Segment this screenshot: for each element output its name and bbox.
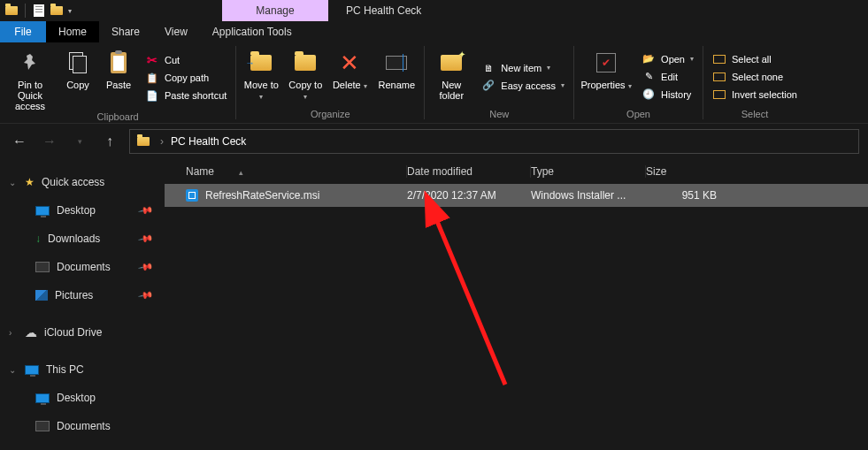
copy-path-button[interactable]: 📋Copy path: [142, 70, 230, 86]
select-none-icon: [712, 70, 726, 84]
sidebar-desktop[interactable]: Desktop 📌: [0, 198, 165, 223]
tab-home[interactable]: Home: [46, 21, 99, 42]
easy-access-icon: 🔗: [481, 79, 495, 93]
group-select-label: Select: [709, 109, 801, 122]
properties-button[interactable]: Properties ▾: [580, 44, 633, 109]
chevron-down-icon[interactable]: ⌄: [9, 365, 18, 375]
pin-to-quick-access-button[interactable]: Pin to Quick access: [5, 44, 55, 111]
address-folder-icon: [137, 137, 150, 146]
easy-access-button[interactable]: 🔗Easy access ▾: [478, 78, 568, 94]
address-bar[interactable]: › PC Health Ceck: [129, 129, 859, 154]
tab-application-tools[interactable]: Application Tools: [200, 21, 304, 42]
sidebar-pictures[interactable]: Pictures 📌: [0, 283, 165, 308]
breadcrumb-sep-icon: ›: [160, 135, 164, 148]
group-clipboard-label: Clipboard: [5, 111, 230, 122]
breadcrumb-folder[interactable]: PC Health Ceck: [171, 135, 246, 148]
tab-view[interactable]: View: [152, 21, 200, 42]
group-open-label: Open: [580, 109, 697, 122]
properties-icon: [596, 53, 616, 72]
pc-icon: [25, 365, 39, 375]
file-size: 951 KB: [646, 189, 734, 202]
scissors-icon: ✂: [145, 53, 159, 67]
tab-file[interactable]: File: [0, 21, 46, 42]
context-tab-manage[interactable]: Manage: [222, 0, 328, 21]
sort-asc-icon: ▴: [239, 168, 243, 177]
copy-button[interactable]: Copy: [60, 44, 96, 111]
open-icon: 📂: [641, 52, 656, 66]
tab-share[interactable]: Share: [99, 21, 152, 42]
invert-selection-icon: [712, 88, 726, 102]
pin-icon: 📌: [138, 287, 155, 304]
copy-to-button[interactable]: Copy to ▾: [286, 44, 325, 109]
documents-icon: [35, 262, 50, 272]
pin-icon: 📌: [138, 202, 155, 219]
navigation-pane[interactable]: ⌄ ★ Quick access Desktop 📌 ↓ Downloads 📌…: [0, 159, 165, 450]
sidebar-pc-desktop[interactable]: Desktop: [0, 385, 165, 410]
pin-icon: 📌: [138, 259, 155, 276]
paste-shortcut-icon: 📄: [145, 88, 159, 103]
star-icon: ★: [25, 176, 35, 188]
qat-customize-icon[interactable]: ▾: [68, 7, 72, 15]
new-item-button[interactable]: 🗎New item ▾: [478, 60, 568, 76]
nav-forward-button[interactable]: →: [39, 131, 60, 152]
group-organize-label: Organize: [242, 109, 419, 122]
group-new-label: New: [430, 109, 568, 122]
chevron-right-icon[interactable]: ›: [9, 328, 18, 338]
sidebar-quick-access[interactable]: ⌄ ★ Quick access: [0, 170, 165, 194]
new-folder-button[interactable]: New folder: [430, 44, 472, 109]
delete-x-icon: ✕: [340, 50, 359, 77]
cloud-icon: ☁: [25, 325, 37, 339]
window-title: PC Health Ceck: [328, 0, 421, 21]
paste-shortcut-button[interactable]: 📄Paste shortcut: [142, 88, 230, 103]
select-all-icon: [712, 52, 726, 66]
pictures-icon: [35, 290, 48, 301]
new-folder-icon: [441, 55, 462, 71]
file-date: 2/7/2020 12:37 AM: [407, 189, 531, 202]
svg-line-0: [434, 215, 505, 385]
edit-button[interactable]: ✎Edit: [638, 69, 697, 85]
sidebar-icloud-drive[interactable]: › ☁ iCloud Drive: [0, 320, 165, 345]
copy-icon: [69, 52, 87, 73]
column-header-type[interactable]: Type: [531, 165, 646, 178]
paste-button[interactable]: Paste: [101, 44, 136, 111]
invert-selection-button[interactable]: Invert selection: [709, 87, 801, 103]
downloads-icon: ↓: [35, 233, 41, 245]
desktop-icon: [35, 393, 50, 403]
nav-back-button[interactable]: ←: [9, 131, 30, 152]
edit-icon: ✎: [641, 70, 656, 84]
desktop-icon: [35, 206, 50, 216]
file-row[interactable]: RefreshRateService.msi 2/7/2020 12:37 AM…: [165, 184, 868, 207]
new-item-icon: 🗎: [481, 61, 495, 75]
cut-button[interactable]: ✂Cut: [142, 52, 230, 68]
sidebar-downloads[interactable]: ↓ Downloads 📌: [0, 226, 165, 251]
folder-icon: →: [250, 55, 272, 71]
delete-button[interactable]: ✕ Delete ▾: [330, 44, 369, 109]
documents-icon: [35, 421, 50, 431]
open-button[interactable]: 📂Open ▾: [638, 51, 697, 67]
sidebar-this-pc[interactable]: ⌄ This PC: [0, 357, 165, 382]
copy-path-icon: 📋: [145, 71, 159, 85]
sidebar-pc-documents[interactable]: Documents: [0, 414, 165, 439]
file-type: Windows Installer ...: [531, 189, 646, 202]
paste-icon: [111, 52, 127, 73]
folder-icon: [295, 55, 316, 71]
chevron-down-icon[interactable]: ⌄: [9, 178, 18, 187]
move-to-button[interactable]: → Move to ▾: [242, 44, 280, 109]
annotation-arrow: [346, 208, 523, 405]
nav-up-button[interactable]: ↑: [99, 131, 120, 152]
column-header-name[interactable]: Name▴: [186, 165, 407, 178]
select-all-button[interactable]: Select all: [709, 51, 801, 67]
history-button[interactable]: 🕘History: [638, 87, 697, 103]
column-header-size[interactable]: Size: [646, 165, 734, 178]
msi-file-icon: [186, 189, 198, 202]
nav-history-dropdown[interactable]: ▾: [69, 131, 90, 152]
select-none-button[interactable]: Select none: [709, 69, 801, 85]
file-name: RefreshRateService.msi: [205, 189, 319, 202]
column-header-date[interactable]: Date modified: [407, 165, 531, 178]
sidebar-documents[interactable]: Documents 📌: [0, 255, 165, 279]
qat-properties-icon[interactable]: [31, 3, 47, 19]
file-list[interactable]: Name▴ Date modified Type Size RefreshRat…: [165, 159, 868, 450]
rename-button[interactable]: Rename: [374, 44, 419, 109]
qat-new-folder-icon[interactable]: [49, 3, 65, 19]
pin-icon: [21, 52, 39, 73]
